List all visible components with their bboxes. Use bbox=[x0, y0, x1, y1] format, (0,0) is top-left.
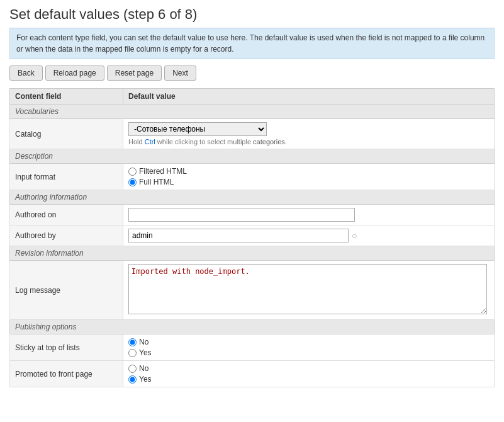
section-vocabularies: Vocabularies bbox=[10, 105, 495, 119]
authored-by-label: Authored by bbox=[10, 225, 123, 246]
reset-button[interactable]: Reset page bbox=[107, 66, 162, 81]
main-table: Content field Default value Vocabularies… bbox=[9, 88, 495, 387]
section-description: Description bbox=[10, 149, 495, 164]
authored-by-wrapper: ○ bbox=[128, 229, 489, 242]
radio-full-html-label: Full HTML bbox=[139, 178, 174, 186]
table-row: Sticky at top of lists No Yes bbox=[10, 334, 495, 361]
authored-by-input[interactable] bbox=[128, 229, 349, 242]
table-row: Promoted to front page No Yes bbox=[10, 361, 495, 387]
radio-sticky-no-input[interactable] bbox=[128, 338, 137, 346]
authored-on-input[interactable] bbox=[128, 208, 355, 222]
col-default-value: Default value bbox=[123, 89, 495, 105]
col-content-field: Content field bbox=[10, 89, 123, 105]
radio-promoted-yes-input[interactable] bbox=[128, 375, 137, 384]
promoted-value: No Yes bbox=[123, 361, 495, 387]
radio-filtered-html-input[interactable] bbox=[128, 168, 137, 176]
authored-by-icon: ○ bbox=[352, 231, 357, 241]
section-revision: Revision information bbox=[10, 246, 495, 261]
section-authoring: Authoring information bbox=[10, 190, 495, 205]
catalog-hint: Hold Ctrl while clicking to select multi… bbox=[128, 138, 489, 145]
next-button[interactable]: Next bbox=[164, 66, 196, 81]
radio-promoted-no[interactable]: No bbox=[128, 364, 489, 373]
promoted-group: No Yes bbox=[128, 364, 489, 384]
table-row: Log message Imported with node_import. bbox=[10, 261, 495, 320]
toolbar: Back Reload page Reset page Next bbox=[9, 66, 495, 81]
radio-filtered-html-label: Filtered HTML bbox=[139, 167, 187, 176]
authored-by-value: ○ bbox=[123, 225, 495, 246]
log-message-value: Imported with node_import. bbox=[123, 261, 495, 320]
page-title: Set default values (step 6 of 8) bbox=[9, 6, 495, 23]
page-description: For each content type field, you can set… bbox=[9, 28, 495, 59]
radio-sticky-no-label: No bbox=[139, 338, 148, 346]
log-message-textarea[interactable]: Imported with node_import. bbox=[128, 264, 487, 314]
table-row: Authored on bbox=[10, 205, 495, 225]
radio-sticky-yes[interactable]: Yes bbox=[128, 348, 489, 357]
back-button[interactable]: Back bbox=[9, 66, 43, 81]
input-format-value: Filtered HTML Full HTML bbox=[123, 164, 495, 190]
authored-on-label: Authored on bbox=[10, 205, 123, 225]
sticky-group: No Yes bbox=[128, 338, 489, 357]
authored-on-value bbox=[123, 205, 495, 225]
radio-full-html[interactable]: Full HTML bbox=[128, 178, 489, 186]
radio-full-html-input[interactable] bbox=[128, 178, 137, 186]
section-publishing: Publishing options bbox=[10, 320, 495, 334]
input-format-group: Filtered HTML Full HTML bbox=[128, 167, 489, 186]
table-row: Catalog -Сотовые телефоны Category 1 Cat… bbox=[10, 119, 495, 149]
radio-promoted-yes[interactable]: Yes bbox=[128, 375, 489, 384]
sticky-label: Sticky at top of lists bbox=[10, 334, 123, 361]
radio-sticky-yes-input[interactable] bbox=[128, 349, 137, 357]
log-message-label: Log message bbox=[10, 261, 123, 320]
table-row: Input format Filtered HTML Full HTML bbox=[10, 164, 495, 190]
reload-button[interactable]: Reload page bbox=[45, 66, 104, 81]
radio-sticky-yes-label: Yes bbox=[139, 348, 152, 357]
input-format-label: Input format bbox=[10, 164, 123, 190]
table-row: Authored by ○ bbox=[10, 225, 495, 246]
promoted-label: Promoted to front page bbox=[10, 361, 123, 387]
catalog-select[interactable]: -Сотовые телефоны Category 1 Category 2 bbox=[128, 122, 267, 136]
radio-filtered-html[interactable]: Filtered HTML bbox=[128, 167, 489, 176]
catalog-value: -Сотовые телефоны Category 1 Category 2 … bbox=[123, 119, 495, 149]
catalog-label: Catalog bbox=[10, 119, 123, 149]
sticky-value: No Yes bbox=[123, 334, 495, 361]
radio-promoted-no-input[interactable] bbox=[128, 365, 137, 373]
radio-promoted-yes-label: Yes bbox=[139, 375, 152, 384]
radio-promoted-no-label: No bbox=[139, 364, 148, 373]
radio-sticky-no[interactable]: No bbox=[128, 338, 489, 346]
